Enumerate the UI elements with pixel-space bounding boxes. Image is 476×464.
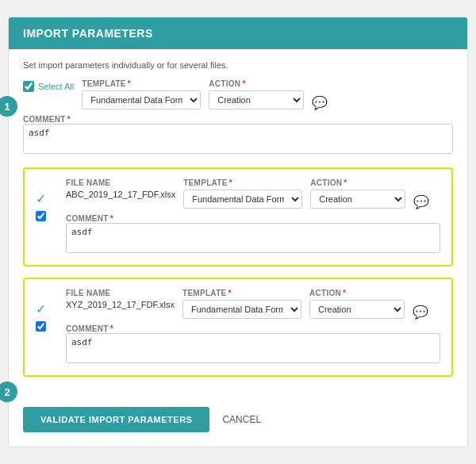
select-all-label: Select All [38, 82, 74, 91]
validate-button[interactable]: VALIDATE IMPORT PARAMETERS [23, 407, 209, 432]
file-name-value-1: XYZ_2019_12_17_FDF.xlsx [66, 300, 175, 309]
file-comment-textarea-1[interactable]: asdf [66, 333, 440, 363]
file-check-icon-1: ✓ [36, 301, 46, 316]
file-template-group-0: TEMPLATE* Fundamental Data Form [183, 178, 302, 209]
file-fields-0: FILE NAME ABC_2019_12_17_FDF.xlsx TEMPLA… [66, 178, 440, 255]
file-comment-label-1: COMMENT* [66, 324, 440, 333]
select-all-checkbox[interactable] [23, 81, 34, 92]
file-chat-icon-0[interactable]: 💬 [413, 194, 429, 209]
file-inline-row-0: FILE NAME ABC_2019_12_17_FDF.xlsx TEMPLA… [66, 178, 440, 209]
file-action-group-1: ACTION* Creation [309, 289, 405, 319]
file-fields-1: FILE NAME XYZ_2019_12_17_FDF.xlsx TEMPLA… [66, 289, 440, 366]
file-name-label-0: FILE NAME [66, 178, 175, 187]
file-chat-icon-1[interactable]: 💬 [413, 305, 428, 320]
global-template-select[interactable]: Fundamental Data Form [82, 90, 201, 109]
file-name-label-1: FILE NAME [66, 289, 175, 297]
file-check-icon-0: ✓ [36, 191, 46, 206]
file-comment-label-0: COMMENT* [66, 214, 440, 223]
card-body: Set import parameters individually or fo… [9, 49, 467, 391]
file-action-select-0[interactable]: Creation [310, 190, 405, 209]
file-row-1: ✓ FILE NAME XYZ_2019_12_17_FDF.xlsx [36, 289, 440, 366]
footer-row: VALIDATE IMPORT PARAMETERS CANCEL [9, 407, 467, 447]
file-template-select-1[interactable]: Fundamental Data Form [182, 300, 301, 319]
global-action-group: ACTION* Creation [209, 79, 304, 109]
import-parameters-card: IMPORT PARAMETERS Set import parameters … [8, 17, 468, 447]
file-action-group-0: ACTION* Creation [310, 178, 405, 209]
file-name-group-0: FILE NAME ABC_2019_12_17_FDF.xlsx [66, 178, 175, 199]
file-template-label-0: TEMPLATE* [183, 178, 302, 187]
file-card-0: ✓ FILE NAME ABC_2019_12_17_FDF.xlsx [23, 167, 453, 267]
file-comment-textarea-0[interactable]: asdf [66, 223, 440, 253]
select-all-wrap: Select All [23, 81, 74, 92]
file-row-0: ✓ FILE NAME ABC_2019_12_17_FDF.xlsx [36, 178, 440, 255]
global-fields-row: TEMPLATE* Fundamental Data Form ACTION* … [82, 79, 453, 110]
global-action-label: ACTION* [209, 79, 304, 88]
file-left-0: ✓ [36, 178, 60, 221]
file-checkbox-1[interactable] [36, 321, 46, 332]
file-comment-row-1: COMMENT* asdf [66, 324, 440, 366]
global-chat-icon[interactable]: 💬 [312, 95, 328, 110]
file-inline-row-1: FILE NAME XYZ_2019_12_17_FDF.xlsx TEMPLA… [66, 289, 440, 320]
file-template-label-1: TEMPLATE* [182, 289, 301, 297]
global-template-label: TEMPLATE* [82, 79, 201, 88]
file-template-select-0[interactable]: Fundamental Data Form [183, 190, 302, 209]
header-title: IMPORT PARAMETERS [23, 27, 153, 40]
global-action-select[interactable]: Creation [209, 90, 304, 109]
file-action-label-0: ACTION* [310, 178, 405, 187]
cancel-button[interactable]: CANCEL [222, 414, 261, 425]
file-comment-row-0: COMMENT* asdf [66, 214, 440, 255]
global-comment-textarea[interactable]: asdf [23, 124, 453, 154]
global-comment-row: COMMENT* asdf [23, 115, 453, 156]
file-checkbox-0[interactable] [36, 211, 46, 221]
file-card-1: ✓ FILE NAME XYZ_2019_12_17_FDF.xlsx [23, 278, 453, 377]
file-name-value-0: ABC_2019_12_17_FDF.xlsx [66, 190, 175, 199]
file-action-select-1[interactable]: Creation [309, 300, 405, 319]
file-action-label-1: ACTION* [309, 289, 405, 297]
card-header: IMPORT PARAMETERS [9, 17, 467, 49]
file-name-group-1: FILE NAME XYZ_2019_12_17_FDF.xlsx [66, 289, 175, 309]
file-left-1: ✓ [36, 289, 60, 332]
global-template-group: TEMPLATE* Fundamental Data Form [82, 79, 201, 109]
global-comment-label: COMMENT* [23, 115, 453, 124]
global-settings-row: Select All TEMPLATE* Fundamental Data Fo… [23, 79, 453, 110]
subtitle: Set import parameters individually or fo… [23, 60, 453, 70]
file-template-group-1: TEMPLATE* Fundamental Data Form [182, 289, 301, 319]
